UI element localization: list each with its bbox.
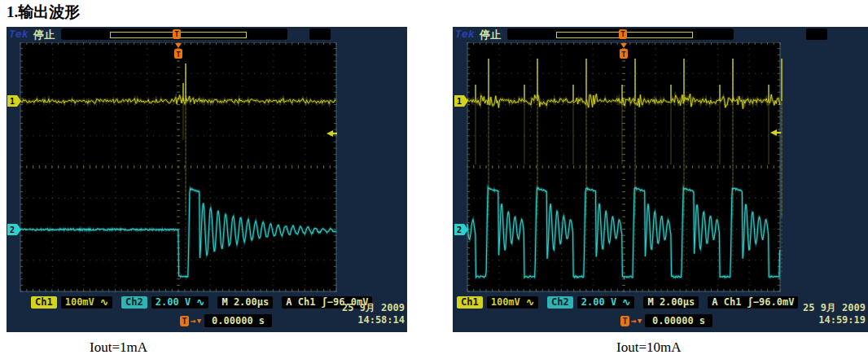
acquisition-strip: T	[507, 28, 734, 40]
scope-screen: T12	[7, 42, 348, 293]
trigger-delay-icon: T	[620, 316, 629, 326]
scope-top-bar: Tek 停止 T	[453, 27, 868, 42]
svg-text:1: 1	[10, 97, 15, 106]
ch2-scale-readout: 2.00 V ∿	[151, 296, 209, 309]
time-readout: 14:59:19	[803, 314, 866, 326]
svg-text:1: 1	[457, 97, 462, 106]
timebase-readout: M 2.00µs	[217, 296, 273, 309]
down-triangle-icon: ▼	[638, 317, 642, 325]
trigger-mode-label: A	[712, 296, 717, 308]
oscilloscope-capture-right: Tek 停止 T T12 Ch1 100mV ∿ Ch2 2.00 V ∿ M …	[453, 27, 868, 332]
trigger-source-level: Ch1 ʃ−96.0mV	[724, 296, 795, 308]
run-state-label: 停止	[33, 28, 55, 42]
run-state-label: 停止	[480, 28, 501, 42]
ch1-scale-readout: 100mV ∿	[61, 296, 112, 309]
datetime-readout: 25 9月 2009 14:59:19	[803, 302, 866, 326]
trigger-mode-label: A	[286, 296, 292, 308]
top-bar-box	[309, 28, 331, 40]
caption-left: Iout=1mA	[90, 339, 147, 356]
delay-readout: 0.00000 s	[645, 314, 712, 327]
time-readout: 14:58:14	[342, 314, 405, 326]
oscilloscope-capture-left: Tek 停止 T T12 Ch1 100mV ∿ Ch2 2.00 V ∿ M …	[7, 27, 407, 332]
ch1-scale-readout: 100mV ∿	[487, 296, 538, 309]
ch1-badge: Ch1	[457, 296, 483, 309]
svg-text:T: T	[176, 50, 181, 59]
trigger-delay-icon: T	[180, 316, 189, 326]
right-arrow-icon: →	[631, 316, 637, 326]
svg-text:T: T	[621, 50, 626, 59]
top-bar-box	[806, 28, 827, 40]
scope-top-bar: Tek 停止 T	[7, 27, 407, 42]
caption-right: Iout=10mA	[616, 339, 681, 356]
ch2-badge: Ch2	[121, 296, 147, 309]
ch2-badge: Ch2	[547, 296, 573, 309]
date-readout: 25 9月 2009	[803, 302, 866, 314]
date-readout: 25 9月 2009	[342, 302, 405, 314]
document-page: 1.输出波形 Tek 停止 T T12 Ch1 100mV ∿ Ch2 2.00…	[0, 0, 868, 359]
scope-screen: T12	[453, 42, 791, 293]
brand-logo: Tek	[9, 28, 28, 40]
timebase-value: 2.00µs	[660, 296, 695, 308]
ch1-badge: Ch1	[31, 296, 57, 309]
trigger-position-icon: T	[619, 29, 627, 39]
page-title: 1.输出波形	[7, 2, 80, 23]
acquisition-strip: T	[61, 28, 287, 40]
main-timebase-label: M	[647, 296, 653, 308]
timebase-value: 2.00µs	[234, 296, 269, 308]
svg-text:2: 2	[10, 225, 15, 234]
brand-logo: Tek	[455, 28, 474, 40]
trigger-position-icon: T	[173, 29, 181, 39]
down-triangle-icon: ▼	[197, 317, 201, 325]
trigger-readout: A Ch1 ʃ−96.0mV	[708, 296, 798, 309]
ch2-scale-readout: 2.00 V ∿	[577, 296, 635, 309]
right-arrow-icon: →	[191, 316, 196, 326]
timebase-readout: M 2.00µs	[643, 296, 699, 309]
svg-text:2: 2	[457, 225, 462, 234]
main-timebase-label: M	[221, 296, 227, 308]
delay-readout: 0.00000 s	[204, 314, 272, 327]
datetime-readout: 25 9月 2009 14:58:14	[342, 302, 405, 326]
